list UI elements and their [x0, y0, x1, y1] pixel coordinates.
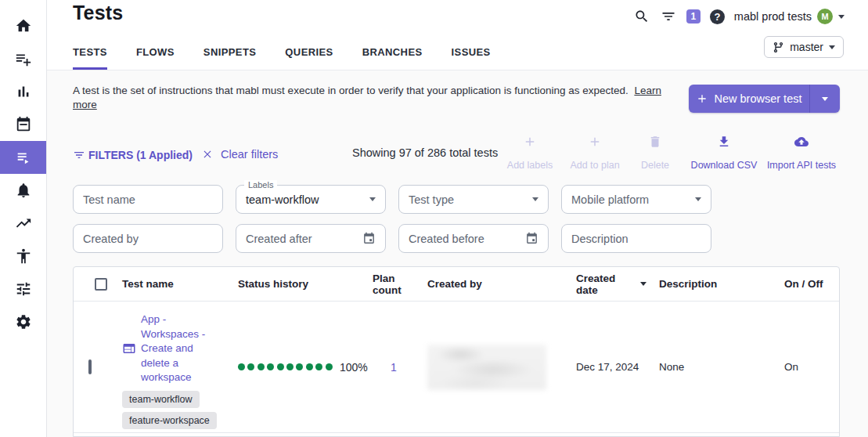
tests-icon[interactable]: [0, 141, 46, 174]
add-to-plan-button[interactable]: Add to plan: [560, 135, 629, 171]
tab-bar: TESTS FLOWS SNIPPETS QUERIES BRANCHES IS…: [73, 46, 491, 70]
avatar: M: [817, 9, 833, 24]
mobile-platform-placeholder: Mobile platform: [571, 193, 695, 206]
sidebar: [0, 0, 47, 437]
filters-toggle[interactable]: FILTERS (1 Applied): [73, 149, 193, 161]
workspace-name: mabl prod tests: [734, 10, 812, 23]
filters-label: FILTERS (1 Applied): [88, 149, 193, 161]
labels-filter-select[interactable]: Labels team-workflow: [236, 185, 386, 214]
table-header-row: Test name Status history Plan count Crea…: [74, 267, 839, 302]
close-icon: [202, 149, 213, 160]
created-by-redacted: [427, 345, 546, 390]
table-row: App - Workspaces - Create and delete a w…: [74, 302, 839, 433]
add-labels-label: Add labels: [507, 160, 553, 171]
branch-selector[interactable]: master: [764, 36, 844, 58]
branch-name: master: [790, 41, 823, 53]
new-browser-test-button[interactable]: New browser test: [689, 85, 840, 113]
column-created-date[interactable]: Created date: [570, 273, 653, 296]
row-checkbox[interactable]: [88, 359, 92, 374]
plus-icon: [696, 92, 708, 105]
label-chip[interactable]: team-workflow: [122, 391, 200, 408]
chevron-down-icon: [829, 45, 835, 49]
column-status-history[interactable]: Status history: [232, 278, 366, 290]
plan-count-cell: 1: [366, 361, 421, 374]
tab-tests[interactable]: TESTS: [73, 46, 107, 70]
chevron-down-icon: [695, 197, 701, 201]
download-csv-button[interactable]: Download CSV: [689, 135, 759, 171]
filter-fields: Labels team-workflow Test type Mobile pl…: [73, 185, 711, 253]
clear-filters-label: Clear filters: [221, 148, 278, 161]
configuration-icon[interactable]: [0, 273, 46, 305]
topbar: Tests 1 ? mabl prod tests M master TESTS…: [47, 0, 868, 70]
browser-test-icon: [122, 341, 136, 356]
schedule-icon[interactable]: [0, 108, 46, 141]
select-all-checkbox[interactable]: [95, 278, 107, 291]
new-test-dropdown-button[interactable]: [810, 85, 840, 113]
settings-icon[interactable]: [0, 305, 46, 338]
new-browser-test-main[interactable]: New browser test: [689, 85, 810, 113]
delete-button[interactable]: Delete: [631, 135, 679, 171]
created-by-cell: [421, 345, 570, 390]
results-icon[interactable]: [0, 75, 46, 108]
filter-icon: [73, 149, 85, 161]
column-on-off[interactable]: On / Off: [772, 278, 839, 290]
created-after-datepicker[interactable]: Created after: [236, 224, 386, 253]
home-icon[interactable]: [0, 9, 46, 42]
labels-selected-value: team-workflow: [246, 193, 369, 206]
test-name-cell: App - Workspaces - Create and delete a w…: [116, 302, 232, 429]
status-history-cell: 100%: [232, 361, 366, 374]
description-input[interactable]: [571, 233, 701, 245]
chevron-down-icon: [369, 197, 376, 201]
import-api-tests-label: Import API tests: [767, 160, 836, 171]
created-before-datepicker[interactable]: Created before: [398, 224, 549, 253]
plan-count-link[interactable]: 1: [391, 361, 397, 374]
results-count: Showing 97 of 286 total tests: [352, 146, 498, 159]
on-off-cell[interactable]: On: [772, 361, 839, 373]
chevron-down-icon: [838, 15, 845, 19]
test-name-filter: [73, 185, 223, 214]
test-type-select[interactable]: Test type: [398, 185, 549, 214]
notifications-icon[interactable]: [0, 174, 46, 207]
notification-count-badge[interactable]: 1: [686, 9, 701, 23]
filter-list-icon[interactable]: [660, 8, 677, 25]
calendar-icon: [362, 232, 376, 245]
accessibility-icon[interactable]: [0, 240, 46, 273]
description-filter: [561, 224, 711, 253]
search-icon[interactable]: [633, 8, 650, 25]
description-cell: None: [653, 361, 772, 373]
tab-issues[interactable]: ISSUES: [452, 46, 491, 70]
column-description[interactable]: Description: [653, 278, 772, 290]
new-test-icon[interactable]: [0, 42, 46, 75]
page-description-text: A test is the set of instructions that m…: [73, 85, 628, 96]
column-plan-count[interactable]: Plan count: [366, 273, 421, 296]
column-created-by[interactable]: Created by: [421, 278, 570, 290]
tab-branches[interactable]: BRANCHES: [362, 46, 423, 70]
chevron-down-icon: [532, 197, 538, 201]
add-to-plan-label: Add to plan: [570, 160, 619, 171]
created-before-placeholder: Created before: [409, 233, 525, 245]
test-name-link[interactable]: App - Workspaces - Create and delete a w…: [141, 312, 213, 385]
download-icon: [717, 135, 731, 149]
import-api-tests-button[interactable]: Import API tests: [764, 135, 839, 171]
test-type-placeholder: Test type: [409, 193, 532, 206]
tab-queries[interactable]: QUERIES: [285, 46, 333, 70]
labels-field-label: Labels: [244, 180, 277, 190]
tab-snippets[interactable]: SNIPPETS: [203, 46, 257, 70]
tab-flows[interactable]: FLOWS: [136, 46, 175, 70]
help-icon[interactable]: ?: [710, 9, 725, 24]
status-dots[interactable]: [238, 363, 335, 370]
mobile-platform-select[interactable]: Mobile platform: [561, 185, 711, 214]
page-title: Tests: [73, 2, 123, 24]
chevron-down-icon: [822, 97, 828, 101]
workspace-switcher[interactable]: mabl prod tests M: [734, 9, 845, 24]
test-name-input[interactable]: [83, 193, 213, 206]
git-branch-icon: [773, 42, 784, 53]
calendar-icon: [525, 232, 538, 245]
label-chip[interactable]: feature-workspace: [122, 412, 217, 429]
add-labels-button[interactable]: Add labels: [501, 135, 559, 171]
clear-filters-button[interactable]: Clear filters: [202, 148, 278, 161]
column-test-name[interactable]: Test name: [116, 278, 232, 290]
insights-icon[interactable]: [0, 207, 46, 240]
created-by-input[interactable]: [83, 233, 213, 245]
plus-icon: [523, 135, 537, 149]
